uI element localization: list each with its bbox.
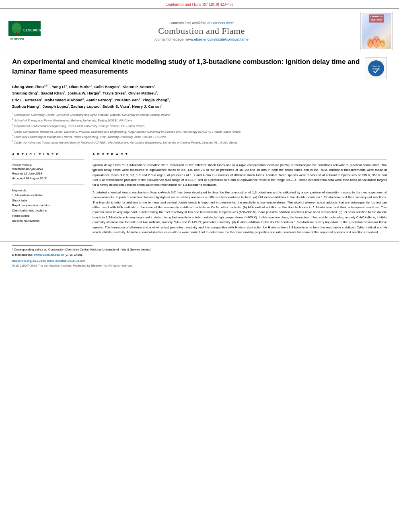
author-joseph-lopez: Joseph Lopez [43, 104, 68, 109]
abstract-paragraph-2: A detailed chemical kinetic mechanism (A… [93, 190, 387, 235]
journal-citation-bar: Combustion and Flame 197 (2018) 423–438 [0, 0, 399, 8]
article-title-text: An experimental and chemical kinetic mod… [12, 57, 360, 76]
footnote-corresponding-author: * Corresponding author at: Combustion Ch… [12, 247, 387, 252]
author-yang-li: Yang Li [52, 84, 66, 89]
cover-title: Combustion and Flame [369, 14, 384, 23]
author-shuiting-ding: Shuiting Ding [12, 91, 37, 96]
history-label: Article history: [12, 163, 84, 166]
journal-cover-image: Combustion and Flame [362, 13, 391, 49]
author-saadat-khan: Saadat Khan [41, 91, 64, 96]
article-title-section: An experimental and chemical kinetic mod… [12, 57, 387, 79]
affiliations: a Combustion Chemistry Centre, School of… [12, 112, 387, 145]
history-revised: Revised 12 June 2018 [12, 171, 84, 176]
authors-line: Chong-Wen Zhoua,b,*, Yang Lia, Ultan Bur… [12, 83, 387, 109]
author-colin-banyon: Colin Banyon [94, 84, 119, 89]
author-kieran-somers: Kieran P. Somers [123, 84, 154, 89]
abstract-label: A B S T R A C T [93, 152, 387, 156]
keywords-label: Keywords: [12, 189, 84, 192]
affiliation-b: b School of Energy and Power Engineering… [12, 117, 387, 123]
abstract-text: Ignition delay times for 1,3-butadiene o… [93, 163, 387, 235]
author-yingjia-zhang: Yingjia Zhang [142, 98, 167, 102]
keyword-1: 1,3-butadiene oxidation [12, 193, 84, 198]
journal-citation-link[interactable]: Combustion and Flame 197 (2018) 423–438 [166, 2, 234, 6]
history-received: Received 16 April 2018 [12, 166, 84, 171]
article-info-abstract: A R T I C L E I N F O Article history: R… [12, 152, 387, 237]
author-subith-vasu: Subith S. Vasu [103, 104, 129, 109]
svg-point-1 [12, 23, 21, 34]
journal-cover-box: Combustion and Flame [360, 12, 393, 50]
copyright-line: 0010-2180/© 2018 The Combustion Institut… [12, 264, 387, 267]
affiliation-c: c Department of Mechanical Engineering, … [12, 123, 387, 128]
check-updates-badge: Check for updates [365, 57, 387, 79]
footnote-email-line: E-mail address: cwzhou@buaa.edu.cn (C.-W… [12, 253, 387, 257]
keywords-section: Keywords: 1,3-butadiene oxidation Shock … [12, 189, 84, 224]
sciencedirect-line: Contents lists available at ScienceDirec… [43, 21, 360, 25]
author-ultan-burke: Ultan Burke [69, 84, 90, 89]
doi-line: https://doi.org/10.1016/j.combustflame.2… [12, 259, 387, 263]
footer-area: * Corresponding author at: Combustion Ch… [0, 242, 399, 269]
keyword-4: Chemical kinetic modeling [12, 208, 84, 214]
author-travis-sikes: Travis Sikes [103, 91, 125, 96]
keyword-5: Flame speed [12, 214, 84, 219]
journal-header-center: Contents lists available at ScienceDirec… [43, 21, 360, 41]
article-info-divider [12, 159, 84, 160]
author-aamir-farooq: Aamir Farooq [86, 98, 111, 102]
keywords-divider [12, 184, 84, 185]
article-history-section: Article history: Received 16 April 2018 … [12, 163, 84, 181]
footnote-divider [12, 245, 93, 246]
author-zuohua-huang: Zuohua Huang [12, 104, 39, 109]
main-content: An experimental and chemical kinetic mod… [0, 53, 399, 242]
article-info-label: A R T I C L E I N F O [12, 152, 84, 156]
svg-text:ELSEVIER: ELSEVIER [10, 38, 25, 41]
email-suffix: (C.-W. Zhou). [65, 253, 83, 257]
keyword-2: Shock tube [12, 198, 84, 203]
author-eric-petersen: Eric L. Petersen [12, 98, 41, 102]
keyword-6: Ab initio calculations [12, 219, 84, 224]
author-henry-curran: Henry J. Curran [132, 104, 160, 109]
journal-main-title: Combustion and Flame [43, 26, 360, 36]
abstract-column: A B S T R A C T Ignition delay times for… [93, 152, 387, 237]
elsevier-logo: ELSEVIER ELSEVIER [6, 20, 43, 42]
affiliation-d: d Clean Combustion Research Center, Divi… [12, 129, 387, 134]
homepage-line: journal homepage: www.elsevier.com/locat… [43, 37, 360, 41]
author-olivier-mathieu: Olivier Mathieu [128, 91, 156, 96]
author-youshun-pan: Youshun Pan [115, 98, 139, 102]
abstract-paragraph-1: Ignition delay times for 1,3-butadiene o… [93, 163, 387, 188]
journal-header: ELSEVIER ELSEVIER Contents lists availab… [0, 8, 399, 53]
affiliation-a: a Combustion Chemistry Centre, School of… [12, 112, 387, 117]
svg-text:ELSEVIER: ELSEVIER [23, 28, 41, 32]
svg-rect-2 [16, 32, 17, 35]
affiliation-e: e State Key Laboratory of Multiphase Flo… [12, 134, 387, 139]
author-chong-wen-zhou: Chong-Wen Zhou [12, 84, 44, 89]
article-title: An experimental and chemical kinetic mod… [12, 57, 360, 76]
email-label: E-mail address: [12, 253, 33, 257]
keyword-3: Rapid compression machine [12, 203, 84, 208]
sciencedirect-link[interactable]: ScienceDirect [212, 21, 234, 25]
author-joshua-hargis: Joshua W. Hargis [67, 91, 99, 96]
author-mohammed-alabbad: Mohammed AlAbbad [45, 98, 82, 102]
history-accepted: Accepted 14 August 2018 [12, 176, 84, 181]
section-divider [12, 149, 387, 149]
homepage-link[interactable]: www.elsevier.com/locate/combustflame [185, 37, 249, 41]
author-zachary-loparo: Zachary Loparo [71, 104, 99, 109]
abstract-divider [93, 159, 387, 160]
check-badge-circle: Check for updates [368, 60, 384, 76]
email-link[interactable]: cwzhou@buaa.edu.cn [34, 253, 64, 257]
doi-link[interactable]: https://doi.org/10.1016/j.combustflame.2… [12, 259, 85, 263]
affiliation-f: f Center for Advanced Turbomachinery and… [12, 140, 387, 145]
article-info-column: A R T I C L E I N F O Article history: R… [12, 152, 84, 237]
